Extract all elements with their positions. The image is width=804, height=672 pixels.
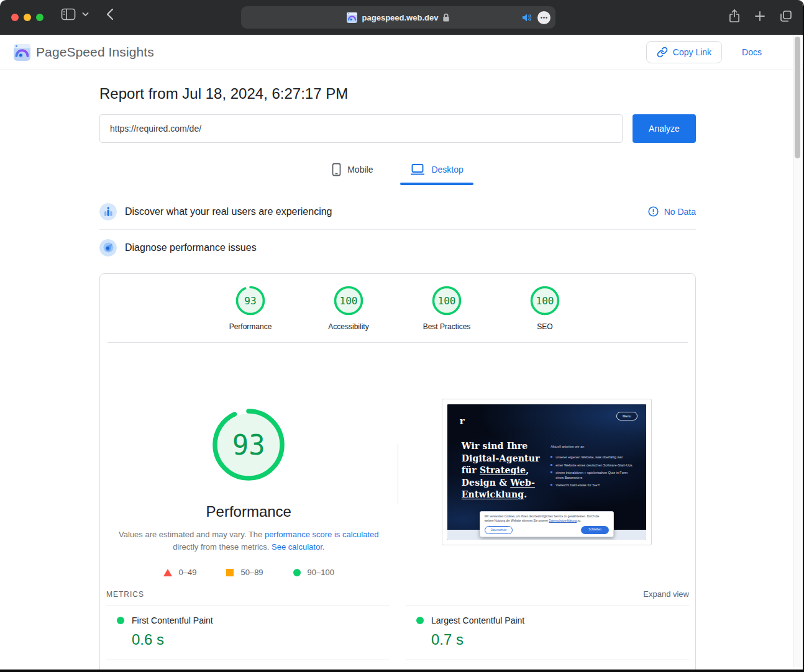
desktop-icon — [410, 163, 425, 176]
window-controls — [11, 14, 43, 21]
page-scrollbar[interactable] — [793, 35, 802, 667]
new-tab-icon[interactable] — [754, 11, 765, 22]
copy-link-button[interactable]: Copy Link — [646, 41, 722, 63]
score-performance[interactable]: 93 Performance — [221, 286, 280, 331]
app-title: PageSpeed Insights — [36, 45, 154, 60]
score-label: Best Practices — [423, 322, 471, 331]
score-label: Performance — [229, 322, 272, 331]
analyze-row: Analyze — [99, 114, 696, 143]
sidebar-toggle-icon[interactable] — [61, 8, 76, 20]
device-tabs: Mobile Desktop — [99, 157, 696, 185]
disclaimer-text: Values are estimated and may vary. The — [119, 530, 265, 539]
site-list-item: einem interaktiven + spielerischen Quiz … — [550, 470, 634, 481]
maximize-window-button[interactable] — [36, 14, 43, 21]
cookie-text-part: Wir verwenden Cookies, um Ihnen den best… — [485, 515, 600, 522]
metrics-heading: METRICS — [106, 590, 144, 599]
gauge-title: Performance — [206, 503, 291, 520]
back-button[interactable] — [106, 8, 114, 20]
share-icon[interactable] — [728, 9, 741, 24]
cookie-text: Wir verwenden Cookies, um Ihnen den best… — [485, 515, 609, 524]
site-menu-button: Menu — [616, 412, 637, 420]
diagnose-section-header: Diagnose performance issues — [99, 230, 696, 265]
cookie-close-button: Schließen — [581, 526, 608, 534]
score-legend: 0–49 50–89 90–100 — [163, 568, 334, 577]
browser-chrome: pagespeed.web.dev — [0, 0, 803, 35]
copy-link-label: Copy Link — [673, 47, 711, 57]
gauge-column: 93 Performance Values are estimated and … — [100, 409, 398, 577]
address-bar[interactable]: pagespeed.web.dev — [241, 6, 555, 29]
site-list-item: einer Website eines deutschen Software-S… — [550, 463, 634, 468]
cookie-text-part: zu. — [577, 519, 581, 522]
no-data-label: No Data — [664, 207, 696, 217]
legend-range: 90–100 — [308, 568, 334, 577]
discover-section-title: Discover what your real users are experi… — [125, 206, 332, 217]
expand-view-button[interactable]: Expand view — [643, 589, 689, 599]
score-value: 100 — [432, 286, 462, 316]
docs-link[interactable]: Docs — [742, 47, 762, 57]
site-list-title: Aktuell arbeiten wir an — [550, 444, 634, 449]
score-value: 93 — [235, 286, 265, 316]
page-screenshot-thumbnail[interactable]: r Menu Wir sind Ihre Digital-Agentur für… — [442, 399, 652, 545]
performance-overview: 93 Performance Values are estimated and … — [100, 343, 695, 577]
tab-mobile-label: Mobile — [347, 165, 373, 175]
tab-desktop[interactable]: Desktop — [400, 157, 473, 185]
mobile-icon — [332, 163, 341, 176]
green-dot-icon — [117, 617, 124, 624]
legend-good: 90–100 — [293, 568, 334, 577]
audio-speaker-icon[interactable] — [522, 13, 532, 22]
site-logo: r — [460, 415, 465, 427]
category-scores: 93 Performance 100 Accessibility — [100, 274, 695, 342]
site-list-item: Vielleicht bald etwas für Sie?! — [550, 483, 634, 488]
page-settings-icon[interactable] — [537, 11, 550, 24]
metrics-section: METRICS Expand view First Contentful Pai… — [100, 589, 695, 672]
minimize-window-button[interactable] — [24, 14, 31, 21]
metrics-header: METRICS Expand view — [106, 589, 689, 599]
metric-first-contentful-paint: First Contentful Paint 0.6 s — [106, 606, 390, 660]
score-seo[interactable]: 100 SEO — [515, 286, 575, 331]
analyze-button[interactable]: Analyze — [633, 114, 696, 143]
url-text: pagespeed.web.dev — [362, 13, 439, 22]
metrics-grid: First Contentful Paint 0.6 s Largest Con… — [106, 606, 689, 672]
score-best-practices[interactable]: 100 Best Practices — [417, 286, 477, 331]
tab-mobile[interactable]: Mobile — [322, 157, 383, 185]
section-rows: Discover what your real users are experi… — [99, 194, 696, 265]
score-accessibility[interactable]: 100 Accessibility — [319, 286, 378, 331]
score-label: Accessibility — [328, 322, 368, 331]
see-calculator-link[interactable]: See calculator. — [272, 542, 324, 552]
metric-label: First Contentful Paint — [132, 615, 213, 625]
gauge-value: 93 — [212, 409, 285, 481]
legend-poor: 0–49 — [163, 568, 197, 577]
legend-range: 0–49 — [179, 568, 197, 577]
field-data-icon — [99, 203, 117, 220]
url-input[interactable] — [99, 114, 623, 143]
cookie-banner: Wir verwenden Cookies, um Ihnen den best… — [480, 511, 614, 537]
legend-range: 50–89 — [240, 568, 263, 577]
metric-cumulative-layout-shift: Cumulative Layout Shift 0 — [406, 660, 689, 672]
disclaimer-text: directly from these metrics. — [173, 542, 272, 552]
metric-value: 0.6 s — [132, 631, 390, 648]
scrollbar-thumb[interactable] — [795, 37, 800, 158]
main-content: Report from Jul 18, 2024, 6:27:17 PM Ana… — [99, 85, 696, 672]
report-card: 93 Performance 100 Accessibility — [99, 273, 696, 672]
lab-data-icon — [99, 239, 117, 257]
lock-icon — [442, 13, 450, 22]
report-title: Report from Jul 18, 2024, 6:27:17 PM — [99, 85, 696, 102]
screenshot-image: r Menu Wir sind Ihre Digital-Agentur für… — [447, 404, 646, 540]
score-calculated-link[interactable]: performance score is calculated — [265, 530, 379, 539]
tab-desktop-label: Desktop — [431, 165, 463, 175]
discover-section-header: Discover what your real users are experi… — [99, 194, 696, 229]
tab-overview-icon[interactable] — [779, 9, 793, 23]
no-data-indicator[interactable]: No Data — [648, 206, 696, 217]
info-icon — [648, 206, 659, 217]
chevron-down-icon[interactable] — [82, 12, 89, 17]
score-value: 100 — [530, 286, 560, 316]
metric-label: Cumulative Layout Shift — [431, 670, 523, 672]
privacy-button: Datenschutz — [485, 526, 513, 534]
active-tab-indicator — [400, 183, 473, 185]
browser-window: pagespeed.web.dev — [0, 0, 804, 672]
metric-largest-contentful-paint: Largest Contentful Paint 0.7 s — [406, 606, 689, 660]
orange-square-icon — [226, 569, 234, 576]
screenshot-column: r Menu Wir sind Ihre Digital-Agentur für… — [398, 409, 696, 577]
close-window-button[interactable] — [11, 14, 19, 21]
site-headline: Wir sind Ihre Digital-Agentur für Strate… — [462, 440, 544, 501]
